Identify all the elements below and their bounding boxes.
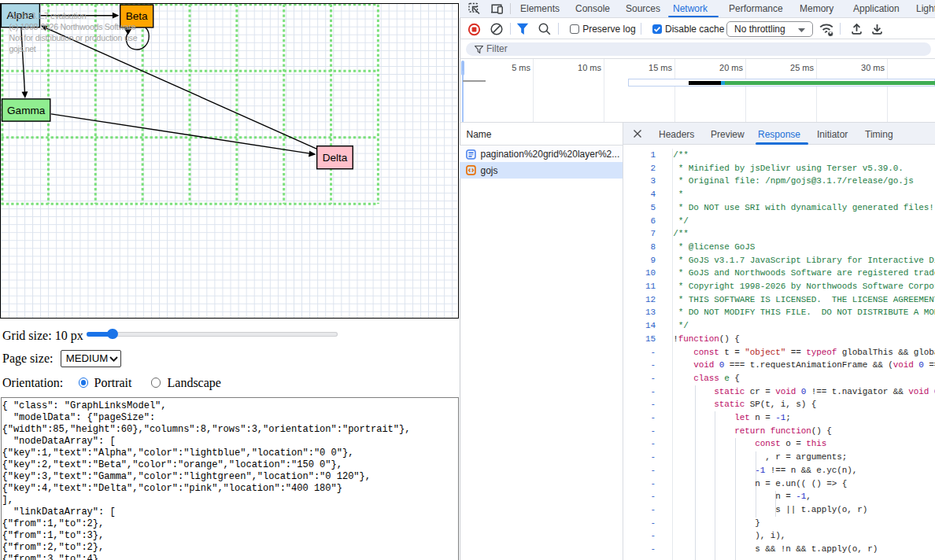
svg-text:Delta: Delta [323, 152, 348, 164]
svg-text:Not for distribution or produc: Not for distribution or production use [9, 33, 138, 42]
svg-text:GoJS 3.1.7 evaluation: GoJS 3.1.7 evaluation [9, 11, 87, 20]
svg-text:Gamma: Gamma [7, 104, 46, 116]
svg-text:(c) 1998-2026 Northwoods Softw: (c) 1998-2026 Northwoods Software [9, 21, 136, 31]
svg-text:Beta: Beta [126, 10, 148, 22]
svg-text:gojs.net: gojs.net [9, 44, 36, 53]
